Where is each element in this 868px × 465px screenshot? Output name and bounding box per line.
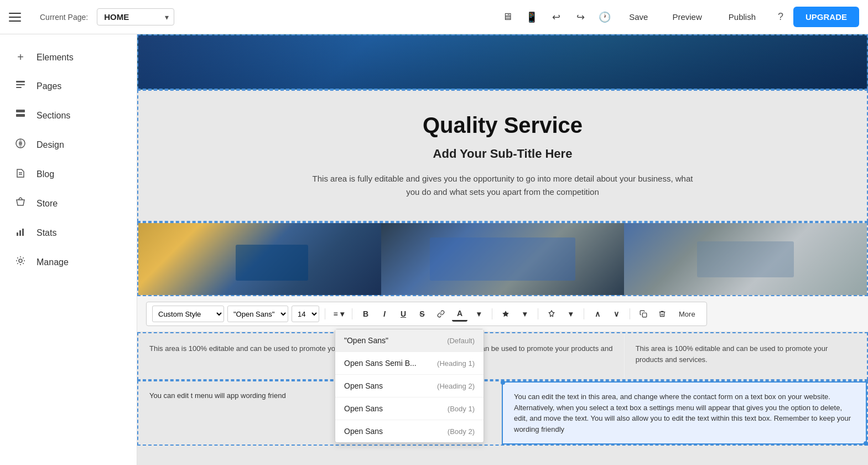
content-col-3[interactable]: This area is 100% editable and can be us… — [625, 333, 867, 379]
sidebar-item-pages[interactable]: Pages — [0, 71, 137, 101]
size-select[interactable]: 14 12 16 18 — [292, 306, 319, 322]
selection-handle-tl[interactable] — [501, 380, 505, 385]
store-icon — [13, 197, 28, 210]
toolbar-size-section: 14 12 16 18 — [292, 306, 319, 322]
manage-icon — [13, 255, 28, 269]
sidebar-item-design-label: Design — [37, 140, 64, 150]
preview-btn[interactable]: Preview — [662, 8, 711, 26]
svg-rect-1 — [16, 84, 25, 85]
sidebar-item-manage[interactable]: Manage — [0, 247, 137, 277]
sidebar-item-elements[interactable]: + Elements — [0, 43, 137, 71]
font-option-default[interactable]: "Open Sans" (Default) — [335, 329, 484, 352]
sidebar-item-store[interactable]: Store — [0, 189, 137, 218]
text-section[interactable]: Quality Service Add Your Sub-Title Here … — [137, 90, 868, 222]
divider-5 — [584, 308, 584, 319]
effects-expand-btn[interactable]: ▾ — [517, 306, 532, 322]
copy-btn[interactable] — [636, 306, 651, 322]
svg-rect-0 — [16, 81, 25, 82]
page-description: This area is fully editable and gives yo… — [309, 172, 697, 199]
font-name-body2: Open Sans — [344, 427, 383, 436]
content-col-3-text: This area is 100% editable and can be us… — [636, 343, 856, 365]
font-select[interactable]: "Open Sans" Open Sans Semi B... — [227, 306, 288, 322]
upgrade-btn[interactable]: UPGRADE — [793, 7, 859, 27]
font-option-heading2[interactable]: Open Sans (Heading 2) — [335, 375, 484, 397]
content-row: This area is 100% editable and can be us… — [137, 332, 868, 380]
topbar: Current Page: HOME ABOUT SERVICES CONTAC… — [0, 0, 868, 34]
undo-btn[interactable]: ↩ — [546, 7, 566, 27]
font-name-body1: Open Sans — [344, 404, 383, 413]
svg-rect-3 — [16, 110, 25, 112]
sidebar-item-sections-label: Sections — [37, 111, 70, 121]
hamburger-menu[interactable] — [9, 8, 27, 26]
italic-btn[interactable]: I — [377, 306, 392, 322]
link-btn[interactable] — [433, 306, 449, 322]
divider-6 — [630, 308, 630, 319]
image-3[interactable] — [624, 223, 867, 295]
selection-handle-br[interactable] — [864, 441, 868, 446]
page-select[interactable]: HOME ABOUT SERVICES CONTACT — [97, 8, 174, 25]
editable-col-2[interactable]: You can edit the text in this area, and … — [502, 381, 867, 445]
svg-rect-11 — [22, 229, 24, 236]
sidebar-item-sections[interactable]: Sections — [0, 101, 137, 130]
font-tag-body2: (Body 2) — [448, 427, 475, 436]
canvas-area[interactable]: Quality Service Add Your Sub-Title Here … — [137, 34, 868, 465]
canvas-wrapper: Quality Service Add Your Sub-Title Here … — [137, 34, 868, 465]
desktop-view-btn[interactable]: 🖥 — [497, 7, 517, 27]
svg-rect-2 — [16, 87, 22, 88]
font-tag-heading2: (Heading 2) — [437, 382, 475, 390]
help-btn[interactable]: ? — [772, 9, 789, 25]
topbar-icons: 🖥 📱 ↩ ↪ 🕐 Save Preview Publish ? UPGRADE — [497, 7, 859, 27]
page-title: Quality Service — [171, 113, 834, 138]
mobile-view-btn[interactable]: 📱 — [522, 7, 542, 27]
text-color-btn[interactable]: A — [452, 306, 467, 322]
sidebar-item-design[interactable]: Design — [0, 130, 137, 159]
svg-rect-9 — [17, 232, 18, 236]
svg-rect-13 — [642, 313, 647, 317]
underline-btn[interactable]: U — [396, 306, 411, 322]
move-down-btn[interactable]: ∨ — [609, 306, 624, 322]
publish-btn[interactable]: Publish — [716, 8, 768, 26]
delete-btn[interactable] — [654, 306, 670, 322]
divider-2 — [352, 308, 352, 319]
sidebar-item-stats[interactable]: Stats — [0, 218, 137, 247]
font-option-body2[interactable]: Open Sans (Body 2) — [335, 420, 484, 442]
page-subtitle: Add Your Sub-Title Here — [171, 147, 834, 161]
images-row — [137, 222, 868, 296]
blog-icon — [13, 167, 28, 181]
design-icon — [13, 138, 28, 152]
sections-icon — [13, 108, 28, 122]
font-option-body1[interactable]: Open Sans (Body 1) — [335, 397, 484, 420]
style-select[interactable]: Custom Style Heading 1 Heading 2 Body 1 — [152, 306, 224, 322]
pin-btn[interactable] — [544, 306, 559, 322]
sidebar-item-pages-label: Pages — [37, 81, 61, 91]
sidebar-item-blog[interactable]: Blog — [0, 159, 137, 189]
effects-btn[interactable] — [498, 306, 513, 322]
font-option-heading1[interactable]: Open Sans Semi B... (Heading 1) — [335, 352, 484, 375]
elements-icon: + — [13, 51, 28, 64]
sidebar-item-store-label: Store — [37, 199, 58, 209]
sidebar-item-elements-label: Elements — [37, 53, 74, 63]
divider-1 — [325, 308, 325, 319]
redo-btn[interactable]: ↪ — [570, 7, 590, 27]
move-up-btn[interactable]: ∧ — [590, 306, 605, 322]
hero-section[interactable] — [137, 34, 868, 90]
pin-expand-btn[interactable]: ▾ — [563, 306, 578, 322]
text-color-expand-btn[interactable]: ▾ — [471, 306, 486, 322]
image-1[interactable] — [138, 223, 381, 295]
pages-icon — [13, 79, 28, 93]
toolbar-row: Custom Style Heading 1 Heading 2 Body 1 … — [137, 296, 868, 332]
svg-rect-4 — [16, 114, 25, 117]
font-tag-body1: (Body 1) — [448, 405, 475, 413]
svg-point-6 — [19, 142, 22, 145]
save-btn[interactable]: Save — [619, 8, 658, 26]
more-btn[interactable]: More — [673, 308, 701, 321]
font-name-heading1: Open Sans Semi B... — [344, 359, 417, 368]
strikethrough-btn[interactable]: S — [414, 306, 430, 322]
font-tag-heading1: (Heading 1) — [437, 359, 475, 368]
page-select-wrapper: HOME ABOUT SERVICES CONTACT — [97, 8, 174, 25]
align-btn[interactable]: ≡ ▾ — [331, 306, 346, 322]
bold-btn[interactable]: B — [358, 306, 373, 322]
history-btn[interactable]: 🕐 — [595, 7, 615, 27]
image-2[interactable] — [381, 223, 624, 295]
editable-col-2-text: You can edit the text in this area, and … — [514, 391, 855, 435]
